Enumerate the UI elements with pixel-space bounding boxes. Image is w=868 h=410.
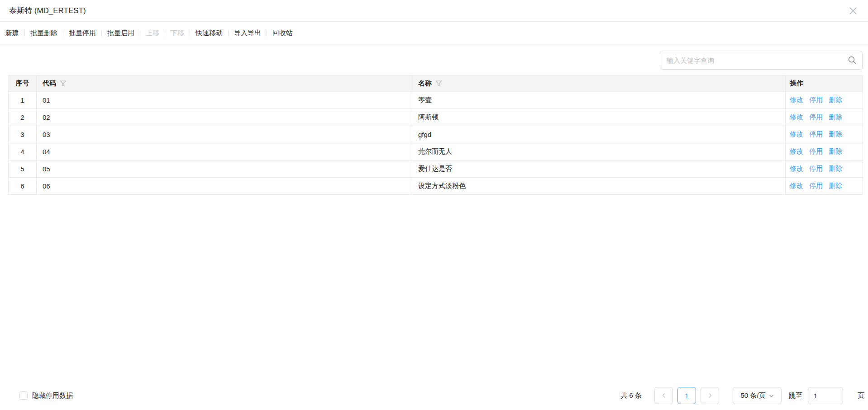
- column-header-code: 代码: [37, 75, 412, 92]
- filter-icon[interactable]: [435, 80, 442, 87]
- toolbar-new-button[interactable]: 新建: [5, 29, 24, 38]
- prev-page-button[interactable]: [654, 387, 673, 404]
- edit-link[interactable]: 修改: [790, 147, 803, 155]
- toolbar-recycle-bin-button[interactable]: 回收站: [267, 29, 298, 38]
- disable-link[interactable]: 停用: [809, 147, 823, 155]
- row-index: 5: [9, 160, 37, 178]
- delete-link[interactable]: 删除: [829, 182, 842, 189]
- data-table: 序号 代码 名称: [8, 75, 863, 195]
- chevron-left-icon: [661, 393, 667, 398]
- table-row: 4 04 莞尔而无人 修改 停用 删除: [9, 143, 863, 160]
- chevron-down-icon: [769, 393, 774, 398]
- page-size-select[interactable]: 50 条/页: [733, 387, 782, 404]
- row-name: 莞尔而无人: [412, 143, 786, 160]
- column-header-name: 名称: [412, 75, 786, 92]
- toolbar-batch-disable-button[interactable]: 批量停用: [63, 29, 101, 38]
- next-page-button[interactable]: [701, 387, 719, 404]
- row-name: 阿斯顿: [412, 109, 786, 126]
- row-name: 零壹: [412, 92, 786, 109]
- row-name: gfgd: [412, 126, 786, 143]
- toolbar-batch-enable-button[interactable]: 批量启用: [102, 29, 140, 38]
- title-bar: 泰斯特 (MD_ERTEST): [0, 0, 868, 22]
- delete-link[interactable]: 删除: [829, 147, 842, 155]
- page-suffix-label: 页: [858, 391, 864, 400]
- table-row: 5 05 爱仕达是否 修改 停用 删除: [9, 160, 863, 178]
- disable-link[interactable]: 停用: [809, 96, 823, 104]
- toolbar-move-down-button: 下移: [165, 29, 190, 38]
- search-icon[interactable]: [848, 56, 857, 65]
- dialog-window: 泰斯特 (MD_ERTEST) 新建 批量删除 批量停用 批量启用 上移 下移 …: [0, 0, 868, 410]
- edit-link[interactable]: 修改: [790, 130, 803, 138]
- jump-page-input[interactable]: [808, 387, 843, 404]
- edit-link[interactable]: 修改: [790, 113, 803, 121]
- dialog-title: 泰斯特 (MD_ERTEST): [9, 5, 86, 16]
- row-code: 06: [37, 178, 412, 195]
- column-header-actions: 操作: [786, 75, 863, 92]
- footer: 隐藏停用数据 共 6 条 1 50 条/页: [0, 386, 868, 405]
- row-name: 爱仕达是否: [412, 160, 786, 178]
- delete-link[interactable]: 删除: [829, 96, 842, 104]
- row-index: 6: [9, 178, 37, 195]
- edit-link[interactable]: 修改: [790, 182, 803, 189]
- edit-link[interactable]: 修改: [790, 165, 803, 172]
- close-button[interactable]: [847, 5, 859, 17]
- chevron-right-icon: [707, 393, 713, 398]
- search-box: [660, 51, 863, 70]
- search-input[interactable]: [660, 51, 863, 70]
- hide-disabled-label: 隐藏停用数据: [32, 391, 73, 400]
- total-count: 共 6 条: [620, 391, 642, 400]
- toolbar: 新建 批量删除 批量停用 批量启用 上移 下移 快速移动 导入导出 回收站: [0, 22, 868, 45]
- delete-link[interactable]: 删除: [829, 113, 842, 121]
- toolbar-quick-move-button[interactable]: 快速移动: [190, 29, 228, 38]
- row-code: 03: [37, 126, 412, 143]
- column-header-name-label: 名称: [418, 79, 432, 88]
- pagination: 共 6 条 1 50 条/页 跳至: [620, 387, 864, 404]
- row-index: 3: [9, 126, 37, 143]
- hide-disabled-checkbox-group[interactable]: 隐藏停用数据: [19, 391, 73, 400]
- toolbar-batch-delete-button[interactable]: 批量删除: [25, 29, 63, 38]
- row-code: 04: [37, 143, 412, 160]
- page-number-button[interactable]: 1: [677, 387, 696, 404]
- page-number-label: 1: [685, 392, 688, 400]
- filter-icon[interactable]: [60, 80, 67, 87]
- row-index: 1: [9, 92, 37, 109]
- table-row: 3 03 gfgd 修改 停用 删除: [9, 126, 863, 143]
- toolbar-move-up-button: 上移: [140, 29, 165, 38]
- row-code: 01: [37, 92, 412, 109]
- search-row: [0, 45, 868, 75]
- page-size-label: 50 条/页: [740, 391, 765, 400]
- table-row: 1 01 零壹 修改 停用 删除: [9, 92, 863, 109]
- delete-link[interactable]: 删除: [829, 130, 842, 138]
- jump-to-label: 跳至: [789, 391, 802, 400]
- edit-link[interactable]: 修改: [790, 96, 803, 104]
- row-name: 设定方式淡粉色: [412, 178, 786, 195]
- disable-link[interactable]: 停用: [809, 113, 823, 121]
- column-header-index: 序号: [9, 75, 37, 92]
- close-icon: [849, 6, 858, 15]
- row-code: 02: [37, 109, 412, 126]
- column-header-code-label: 代码: [43, 79, 56, 88]
- toolbar-import-export-button[interactable]: 导入导出: [229, 29, 267, 38]
- delete-link[interactable]: 删除: [829, 165, 842, 172]
- table-row: 2 02 阿斯顿 修改 停用 删除: [9, 109, 863, 126]
- table-header-row: 序号 代码 名称: [9, 75, 863, 92]
- disable-link[interactable]: 停用: [809, 165, 823, 172]
- row-code: 05: [37, 160, 412, 178]
- row-index: 2: [9, 109, 37, 126]
- disable-link[interactable]: 停用: [809, 182, 823, 189]
- table-row: 6 06 设定方式淡粉色 修改 停用 删除: [9, 178, 863, 195]
- row-index: 4: [9, 143, 37, 160]
- disable-link[interactable]: 停用: [809, 130, 823, 138]
- hide-disabled-checkbox[interactable]: [19, 391, 28, 400]
